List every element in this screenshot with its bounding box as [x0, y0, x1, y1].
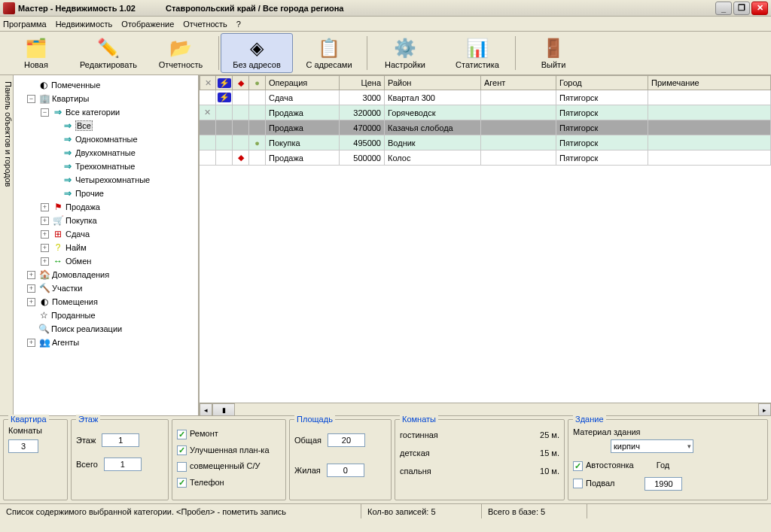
col-agent[interactable]: Агент	[481, 75, 556, 90]
scroll-thumb[interactable]: ▮	[212, 403, 235, 416]
exit-button[interactable]: 🚪Выйти	[517, 33, 590, 73]
collapse-icon[interactable]: −	[27, 95, 35, 103]
status-base: Всего в базе: 5	[482, 504, 587, 518]
expand-icon[interactable]: +	[41, 203, 49, 211]
col-marker4[interactable]: ●	[249, 75, 266, 90]
expand-icon[interactable]: +	[41, 244, 49, 252]
table-row[interactable]: ● Покупка495000ВодникПятигорск	[200, 135, 771, 150]
tree-three[interactable]: ⇒Трехкомнатные	[15, 160, 197, 173]
repair-checkbox[interactable]: ✓	[177, 430, 187, 439]
tree-all[interactable]: ⇒Все	[15, 119, 197, 132]
new-button[interactable]: 🗂️Новая	[0, 33, 72, 73]
tree-two[interactable]: ⇒Двухкомнатные	[15, 146, 197, 160]
grid-panel: ✕ ⚡ ◆ ● Операция Цена Район Агент Город …	[199, 75, 771, 415]
tree-four[interactable]: ⇒Четырехкомнатные	[15, 173, 197, 187]
material-select[interactable]: кирпич	[611, 439, 693, 453]
scroll-right-button[interactable]: ▸	[758, 403, 771, 416]
expand-icon[interactable]: +	[27, 271, 35, 279]
tree-allcat[interactable]: −⇒Все категории	[15, 105, 197, 119]
stats-button[interactable]: 📊Статистика	[441, 33, 513, 73]
diamond-icon: ◆	[238, 153, 244, 163]
tree-rent[interactable]: +⊞Сдача	[15, 227, 197, 241]
tree-marked[interactable]: ◐Помеченные	[15, 78, 197, 92]
expand-icon[interactable]: +	[41, 230, 49, 239]
tree-sold[interactable]: ☆Проданные	[15, 309, 197, 322]
arrow-icon: ⇒	[62, 120, 74, 131]
expand-icon[interactable]: +	[27, 298, 35, 306]
expand-icon[interactable]: +	[27, 339, 35, 347]
dot-icon: ◐	[38, 296, 50, 307]
edit-button[interactable]: ✏️Редактировать	[72, 33, 145, 73]
star-icon: ☆	[38, 310, 50, 321]
swap-icon: ↔	[52, 256, 64, 266]
rooms-input[interactable]	[8, 439, 38, 453]
tree-search[interactable]: 🔍Поиск реализации	[15, 322, 197, 336]
floor-input[interactable]	[102, 433, 139, 447]
tree-sale[interactable]: +⚑Продажа	[15, 200, 197, 214]
col-marker3[interactable]: ◆	[233, 75, 249, 90]
tree-agents[interactable]: +👥Агенты	[15, 336, 197, 349]
tree-one[interactable]: ⇒Однокомнатные	[15, 132, 197, 146]
arrow-icon: ⇒	[62, 134, 74, 144]
col-district[interactable]: Район	[385, 75, 481, 90]
table-row[interactable]: ✕ Продажа320000ГорячеводскПятигорск	[200, 105, 771, 120]
menu-realty[interactable]: Недвижимость	[56, 20, 113, 29]
menu-program[interactable]: Программа	[3, 20, 47, 29]
menu-help[interactable]: ?	[236, 20, 241, 29]
expand-icon[interactable]: +	[27, 284, 35, 293]
settings-button[interactable]: ⚙️Настройки	[369, 33, 441, 73]
table-row[interactable]: ⚡ Сдача3000Квартал 300Пятигорск	[200, 90, 771, 105]
table-row[interactable]: ◆ Продажа500000КолосПятигорск	[200, 150, 771, 166]
noaddr-button[interactable]: ◈Без адресов	[221, 33, 293, 73]
data-grid[interactable]: ✕ ⚡ ◆ ● Операция Цена Район Агент Город …	[200, 75, 771, 403]
tree-other[interactable]: ⇒Прочие	[15, 187, 197, 200]
tree-hire[interactable]: +?Найм	[15, 241, 197, 254]
expand-icon[interactable]: +	[41, 257, 49, 266]
plan-checkbox[interactable]: ✓	[177, 445, 187, 455]
table-row[interactable]: Продажа470000Казачья слободаПятигорск	[200, 120, 771, 135]
col-price[interactable]: Цена	[340, 75, 385, 90]
box-apartment: Квартира Комнаты	[3, 419, 68, 500]
status-hint: Список содержимого выбранной категории. …	[0, 504, 361, 518]
scroll-left-button[interactable]: ◂	[200, 403, 212, 416]
area-live-input[interactable]	[327, 464, 364, 477]
tree-land[interactable]: +🔨Участки	[15, 281, 197, 295]
tree-premises[interactable]: +◐Помещения	[15, 295, 197, 309]
tree-houses[interactable]: +🏠Домовладения	[15, 268, 197, 281]
minimize-button[interactable]: _	[715, 2, 732, 15]
parking-checkbox[interactable]: ✓	[573, 461, 583, 471]
question-icon: ?	[52, 242, 64, 253]
withaddr-button[interactable]: 📋С адресами	[293, 33, 365, 73]
maximize-button[interactable]: ❐	[733, 2, 750, 15]
year-input[interactable]	[645, 477, 682, 491]
col-marker1[interactable]: ✕	[200, 75, 216, 90]
collapse-icon[interactable]: −	[41, 108, 49, 117]
close-button[interactable]: ✕	[751, 2, 768, 15]
region-title: Ставропольский край / Все города региона	[166, 4, 343, 13]
horizontal-scrollbar[interactable]: ◂ ▮ ▸	[200, 403, 771, 415]
tree-apartments[interactable]: −🏢Квартиры	[15, 92, 197, 105]
col-city[interactable]: Город	[556, 75, 648, 90]
tree-panel: ◐Помеченные −🏢Квартиры −⇒Все категории ⇒…	[14, 75, 199, 415]
area-total-input[interactable]	[328, 433, 365, 447]
building-icon: 🏢	[38, 93, 50, 104]
menu-display[interactable]: Отображение	[121, 20, 174, 29]
grid-header: ✕ ⚡ ◆ ● Операция Цена Район Агент Город …	[200, 75, 771, 90]
col-note[interactable]: Примечание	[648, 75, 771, 90]
phone-checkbox[interactable]: ✓	[177, 478, 187, 488]
arrow-icon: ⇒	[52, 107, 64, 117]
wc-checkbox[interactable]	[177, 462, 187, 472]
side-tab[interactable]: Панель объектов и городов	[0, 75, 14, 415]
search-icon: 🔍	[38, 324, 50, 334]
floors-total-input[interactable]	[104, 458, 142, 471]
tree-buy[interactable]: +🛒Покупка	[15, 214, 197, 227]
col-marker2[interactable]: ⚡	[216, 75, 233, 90]
menu-reports[interactable]: Отчетность	[183, 20, 227, 29]
ball-icon: ●	[254, 138, 260, 147]
expand-icon[interactable]: +	[41, 217, 49, 225]
basement-checkbox[interactable]	[573, 479, 583, 488]
col-operation[interactable]: Операция	[266, 75, 340, 90]
x-icon: ✕	[204, 108, 211, 117]
tree-exchange[interactable]: +↔Обмен	[15, 254, 197, 268]
report-button[interactable]: 📂Отчетность	[145, 33, 217, 73]
